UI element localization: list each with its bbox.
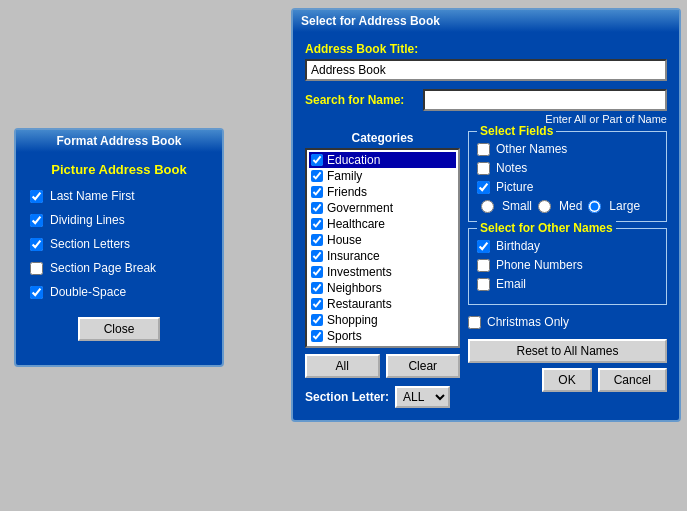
- size-med-label: Med: [559, 199, 582, 213]
- select-other-names-title: Select for Other Names: [477, 221, 616, 235]
- birthday-checkbox[interactable]: [477, 240, 490, 253]
- double-space-label: Double-Space: [50, 285, 126, 299]
- section-letter-label: Section Letter:: [305, 390, 389, 404]
- size-small-radio[interactable]: [481, 200, 494, 213]
- cat-item-shopping[interactable]: Shopping: [309, 312, 456, 328]
- all-button[interactable]: All: [305, 354, 380, 378]
- size-large-label: Large: [609, 199, 640, 213]
- section-page-break-label: Section Page Break: [50, 261, 156, 275]
- clear-button[interactable]: Clear: [386, 354, 461, 378]
- other-names-row: Other Names: [477, 142, 658, 156]
- section-letters-checkbox[interactable]: [30, 238, 43, 251]
- bottom-buttons: Reset to All Names OK Cancel: [468, 339, 667, 392]
- select-dialog: Select for Address Book Address Book Tit…: [291, 8, 681, 422]
- cat-item-sports[interactable]: Sports: [309, 328, 456, 344]
- address-book-title-label: Address Book Title:: [305, 42, 667, 56]
- cat-item-friends[interactable]: Friends: [309, 184, 456, 200]
- dividing-lines-label: Dividing Lines: [50, 213, 125, 227]
- address-book-title-input[interactable]: [305, 59, 667, 81]
- last-name-first-label: Last Name First: [50, 189, 135, 203]
- section-letters-label: Section Letters: [50, 237, 130, 251]
- phone-numbers-row: Phone Numbers: [477, 258, 658, 272]
- format-check-row-1: Dividing Lines: [30, 213, 208, 227]
- cat-item-education[interactable]: Education: [309, 152, 456, 168]
- section-letter-select[interactable]: ALL ABCD: [395, 386, 450, 408]
- cat-item-house[interactable]: House: [309, 232, 456, 248]
- double-space-checkbox[interactable]: [30, 286, 43, 299]
- picture-label: Picture: [496, 180, 533, 194]
- size-large-radio[interactable]: [588, 200, 601, 213]
- cat-item-restaurants[interactable]: Restaurants: [309, 296, 456, 312]
- right-panel: Select Fields Other Names Notes Pictu: [468, 131, 667, 408]
- search-input[interactable]: [423, 89, 667, 111]
- select-fields-group: Select Fields Other Names Notes Pictu: [468, 131, 667, 222]
- cancel-button[interactable]: Cancel: [598, 368, 667, 392]
- select-fields-title: Select Fields: [477, 124, 556, 138]
- size-radio-row: Small Med Large: [481, 199, 658, 213]
- reset-button[interactable]: Reset to All Names: [468, 339, 667, 363]
- notes-checkbox[interactable]: [477, 162, 490, 175]
- dividing-lines-checkbox[interactable]: [30, 214, 43, 227]
- search-label: Search for Name:: [305, 93, 415, 107]
- email-checkbox[interactable]: [477, 278, 490, 291]
- size-small-label: Small: [502, 199, 532, 213]
- email-row: Email: [477, 277, 658, 291]
- birthday-label: Birthday: [496, 239, 540, 253]
- cat-item-investments[interactable]: Investments: [309, 264, 456, 280]
- cat-item-government[interactable]: Government: [309, 200, 456, 216]
- categories-title: Categories: [305, 131, 460, 145]
- format-subtitle: Picture Address Book: [30, 162, 208, 177]
- phone-numbers-label: Phone Numbers: [496, 258, 583, 272]
- cat-item-family[interactable]: Family: [309, 168, 456, 184]
- select-other-names-group: Select for Other Names Birthday Phone Nu…: [468, 228, 667, 305]
- other-names-label: Other Names: [496, 142, 567, 156]
- cat-item-healthcare[interactable]: Healthcare: [309, 216, 456, 232]
- categories-list[interactable]: Education Family Friends Government Heal…: [305, 148, 460, 348]
- size-med-radio[interactable]: [538, 200, 551, 213]
- select-dialog-title: Select for Address Book: [293, 10, 679, 32]
- format-check-row-3: Section Page Break: [30, 261, 208, 275]
- format-check-row-0: Last Name First: [30, 189, 208, 203]
- picture-row: Picture: [477, 180, 658, 194]
- categories-section: Categories Education Family Friends Gove…: [305, 131, 460, 408]
- christmas-only-checkbox[interactable]: [468, 316, 481, 329]
- cat-item-neighbors[interactable]: Neighbors: [309, 280, 456, 296]
- section-page-break-checkbox[interactable]: [30, 262, 43, 275]
- notes-row: Notes: [477, 161, 658, 175]
- format-dialog: Format Address Book Picture Address Book…: [14, 128, 224, 367]
- cat-item-travel[interactable]: Travel: [309, 344, 456, 348]
- format-dialog-title: Format Address Book: [16, 130, 222, 152]
- phone-numbers-checkbox[interactable]: [477, 259, 490, 272]
- ok-button[interactable]: OK: [542, 368, 591, 392]
- notes-label: Notes: [496, 161, 527, 175]
- picture-checkbox[interactable]: [477, 181, 490, 194]
- format-check-row-2: Section Letters: [30, 237, 208, 251]
- other-names-checkbox[interactable]: [477, 143, 490, 156]
- format-close-button[interactable]: Close: [78, 317, 161, 341]
- format-check-row-4: Double-Space: [30, 285, 208, 299]
- cat-item-insurance[interactable]: Insurance: [309, 248, 456, 264]
- birthday-row: Birthday: [477, 239, 658, 253]
- email-label: Email: [496, 277, 526, 291]
- christmas-only-label: Christmas Only: [487, 315, 569, 329]
- christmas-row: Christmas Only: [468, 315, 667, 329]
- last-name-first-checkbox[interactable]: [30, 190, 43, 203]
